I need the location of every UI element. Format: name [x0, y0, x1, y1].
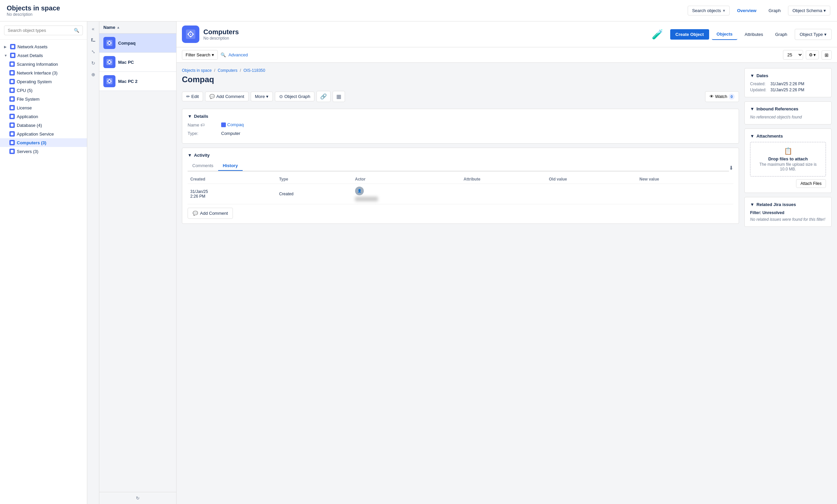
sidebar-item-label: Operating System — [17, 79, 52, 84]
edit-icon: ✏ — [186, 94, 190, 99]
tab-attributes[interactable]: Attributes — [740, 29, 768, 40]
obj-type-icon — [10, 44, 15, 49]
col-attribute: Attribute — [461, 175, 546, 184]
tree-view-button[interactable] — [89, 36, 98, 45]
tab-history[interactable]: History — [218, 161, 243, 171]
svg-rect-5 — [11, 89, 14, 92]
svg-rect-16 — [91, 38, 92, 42]
schema-button[interactable]: Object Schema ▾ — [788, 6, 830, 15]
object-graph-button[interactable]: ⊙ Object Graph — [275, 92, 315, 101]
schema-label: Object Schema — [793, 8, 822, 13]
add-comment-action-button[interactable]: 💬 Add Comment — [188, 208, 233, 219]
created-label: Created: — [750, 82, 767, 86]
top-header: Objects in space No description Search o… — [0, 0, 837, 21]
breadcrumb-objects-in-space[interactable]: Objects in space — [182, 68, 212, 73]
svg-point-18 — [108, 42, 110, 44]
attachment-drop-zone[interactable]: 📋 Drop files to attach The maximum file … — [750, 142, 826, 177]
resize-button[interactable]: ⤡ — [89, 47, 98, 56]
sidebar-item-cpu[interactable]: CPU (5) — [0, 86, 87, 95]
type-value: Computer — [221, 131, 240, 136]
schema-chevron-icon: ▾ — [823, 8, 826, 13]
tab-graph[interactable]: Graph — [770, 29, 792, 40]
sidebar-item-scanning-information[interactable]: Scanning Information — [0, 60, 87, 69]
drop-subtext: The maximum file upload size is 10.0 MB. — [755, 162, 821, 172]
obj-type-icon — [10, 140, 15, 145]
edit-button[interactable]: ✏ Edit — [182, 92, 203, 101]
search-objects-button[interactable]: Search objects ▾ — [688, 6, 730, 15]
tab-comments[interactable]: Comments — [188, 161, 218, 171]
history-actor: 👤 ████████ — [352, 183, 461, 204]
watch-badge: 0 — [729, 94, 735, 100]
svg-rect-7 — [11, 106, 14, 109]
comment-btn-icon: 💬 — [193, 211, 198, 216]
item-icon — [103, 75, 115, 87]
add-comment-button[interactable]: 💬 Add Comment — [205, 92, 248, 101]
settings-button[interactable]: ⚙ ▾ — [806, 50, 819, 59]
breadcrumb-computers[interactable]: Computers — [218, 68, 237, 73]
jira-collapse-icon: ▼ — [750, 202, 754, 207]
main-layout: 🔍 ▶ Network Assets ▼ Asset Details — [0, 21, 837, 504]
more-button[interactable]: More ▾ — [251, 92, 273, 101]
sidebar-item-database[interactable]: Database (4) — [0, 121, 87, 129]
sidebar-item-computers[interactable]: Computers (3) — [0, 138, 87, 147]
object-type-dropdown-label: Object Type — [800, 32, 823, 37]
watch-button[interactable]: 👁 Watch 0 — [705, 91, 739, 102]
download-icon[interactable]: ⬇ — [729, 165, 733, 171]
svg-rect-6 — [11, 98, 14, 100]
edit-label: Edit — [191, 94, 199, 99]
object-type-dropdown[interactable]: Object Type ▾ — [795, 29, 832, 40]
sidebar-item-network-assets[interactable]: ▶ Network Assets — [0, 42, 87, 51]
updated-label: Updated: — [750, 88, 767, 92]
object-detail-name: Compaq — [182, 75, 739, 84]
sidebar-item-network-interface[interactable]: Network Interface (3) — [0, 69, 87, 77]
tab-objects[interactable]: Objects — [712, 29, 737, 40]
breadcrumb-ois[interactable]: OIS-118350 — [243, 68, 265, 73]
obj-type-icon — [10, 131, 15, 137]
object-list-item-mac-pc[interactable]: Mac PC — [99, 53, 176, 72]
obj-type-icon — [10, 149, 15, 154]
object-list-item-mac-pc-2[interactable]: Mac PC 2 — [99, 72, 176, 91]
qr-icon-button[interactable]: ▦ — [333, 91, 345, 102]
svg-rect-12 — [11, 150, 14, 153]
sidebar-item-asset-details[interactable]: ▼ Asset Details — [0, 51, 87, 60]
add-button[interactable]: ⊕ — [89, 70, 98, 79]
page-subtitle: No description — [7, 12, 683, 17]
sidebar-item-servers[interactable]: Servers (3) — [0, 147, 87, 156]
refresh-button[interactable]: ↻ — [89, 58, 98, 68]
breadcrumb-title-area: Objects in space / Computers / OIS-11835… — [182, 68, 739, 87]
svg-point-25 — [190, 34, 191, 35]
sidebar-item-application-service[interactable]: Application Service — [0, 129, 87, 138]
filter-search-button[interactable]: Filter Search ▾ — [182, 50, 218, 60]
advanced-link[interactable]: Advanced — [229, 52, 248, 57]
attach-files-button[interactable]: Attach Files — [796, 179, 826, 188]
type-label: Type: — [188, 131, 221, 136]
dates-title-label: Dates — [756, 73, 768, 78]
sidebar: 🔍 ▶ Network Assets ▼ Asset Details — [0, 21, 87, 504]
history-attribute — [461, 183, 546, 204]
object-list-panel: Name ▲ Compaq — [99, 21, 177, 504]
breadcrumb-sep-2: / — [240, 68, 241, 73]
sidebar-item-application[interactable]: Application — [0, 112, 87, 121]
sidebar-item-file-system[interactable]: File System — [0, 95, 87, 103]
tab-graph[interactable]: Graph — [764, 6, 785, 15]
activity-section-title: ▼ Activity — [188, 153, 733, 158]
object-list-footer[interactable]: ↻ — [99, 492, 176, 504]
create-object-button[interactable]: Create Object — [670, 29, 710, 40]
filter-bar-right: 25 50 100 ⚙ ▾ ⊞ — [783, 50, 832, 60]
view-toggle-button[interactable]: ⊞ — [822, 50, 832, 60]
sidebar-item-operating-system[interactable]: Operating System — [0, 77, 87, 86]
object-list-item-compaq[interactable]: Compaq — [99, 34, 176, 53]
magic-icon: 🧪 — [652, 29, 663, 40]
name-link[interactable]: Compaq — [227, 122, 244, 127]
inbound-refs-title: ▼ Inbound References — [750, 106, 826, 111]
tab-overview[interactable]: Overview — [732, 6, 761, 15]
count-select[interactable]: 25 50 100 — [783, 50, 803, 60]
object-type-header: Computers No description 🧪 Create Object… — [177, 21, 837, 47]
link-icon-button[interactable]: 🔗 — [317, 91, 331, 102]
sidebar-item-label: CPU (5) — [17, 88, 33, 93]
svg-rect-4 — [11, 80, 14, 83]
sidebar-item-license[interactable]: License — [0, 103, 87, 112]
sidebar-search-input[interactable] — [8, 28, 72, 33]
object-list-items: Compaq Mac PC — [99, 34, 176, 492]
collapse-sidebar-button[interactable]: « — [89, 24, 98, 34]
